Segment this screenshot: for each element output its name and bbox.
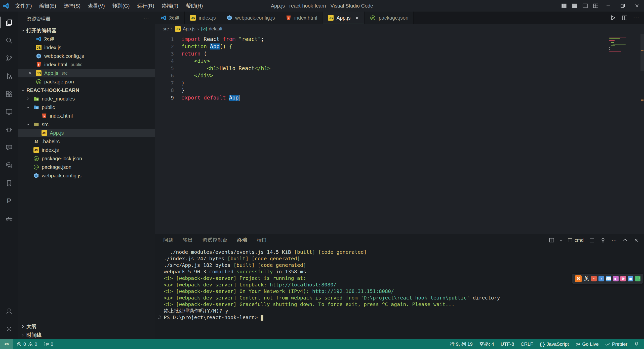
ime-quote-icon[interactable]: ” [591,276,597,281]
status-JavaScript[interactable]: { }JavaScript [536,339,572,349]
ports-status[interactable]: 0 [41,339,57,349]
status-Go-Live[interactable]: Go Live [572,339,602,349]
tree-item-App.js[interactable]: JSApp.js [18,129,155,137]
activity-bookmarks-icon[interactable] [0,174,18,192]
explorer-more-actions-icon[interactable]: ⋯ [143,16,149,22]
ime-wrench-icon[interactable]: ⚒ [620,276,626,281]
tree-item-index.js[interactable]: JSindex.js [18,146,155,154]
panel-more-actions-icon[interactable]: ⋯ [610,236,618,244]
split-terminal-icon[interactable] [588,236,596,244]
workspace-root-header[interactable]: REACT-HOOK-LEARN [18,86,155,94]
tree-item-node_modules[interactable]: node_modules [18,94,155,103]
menu-H[interactable]: 帮助(H) [182,0,207,12]
restore-button[interactable] [615,0,630,12]
activity-source-control-icon[interactable] [0,49,18,67]
status-Prettier[interactable]: Prettier [602,339,631,349]
ime-language-mode[interactable]: 英 [584,275,589,282]
remote-indicator[interactable]: >< [0,339,13,349]
status-bell[interactable] [631,339,642,349]
open-editor-index.html[interactable]: 5index.htmlpublic [18,60,155,69]
menu-T[interactable]: 终端(T) [158,0,182,12]
menu-V[interactable]: 查看(V) [84,0,109,12]
activity-remote-explorer-icon[interactable] [0,103,18,121]
menu-R[interactable]: 运行(R) [133,0,158,12]
close-tab-icon[interactable] [355,16,359,20]
status--4[interactable]: 空格: 4 [476,339,497,349]
toggle-secondary-sidebar-icon[interactable] [580,0,590,12]
collapse-panel-icon[interactable] [621,236,629,244]
breadcrumb-item-src[interactable]: src [163,26,169,32]
profile-dropdown-icon[interactable] [558,236,564,244]
tree-item-public[interactable]: public [18,103,155,112]
open-editors-header[interactable]: 打开的编辑器 [18,26,155,35]
menu-F[interactable]: 文件(F) [12,0,36,12]
ime-puzzle-icon[interactable]: ▣ [628,276,633,281]
ime-grid-icon[interactable]: ⋮⋮ [635,276,640,281]
close-panel-icon[interactable] [632,236,640,244]
tree-item-src[interactable]: src [18,120,155,129]
ime-image-icon[interactable]: ◧ [613,276,619,281]
toggle-panel-icon[interactable] [569,0,580,12]
breadcrumb-item-App.js[interactable]: JSApp.js [175,26,195,32]
activity-files-icon[interactable] [0,14,18,31]
tree-item-webpack.config.js[interactable]: webpack.config.js [18,171,155,180]
tab-index.html[interactable]: 5index.html [280,12,323,24]
panel-tab-端口[interactable]: 端口 [257,234,267,246]
ime-keyboard-icon[interactable]: ⌨ [606,276,611,281]
activity-project-manager-icon[interactable]: P [0,192,18,210]
minimize-button[interactable] [601,0,615,12]
panel-tab-输出[interactable]: 输出 [183,234,193,246]
activity-run-debug-icon[interactable] [0,67,18,85]
split-editor-icon[interactable] [619,12,630,24]
activity-extensions-icon[interactable] [0,85,18,103]
tree-item-package.json[interactable]: JSpackage.json [18,163,155,171]
activity-settings-gear-icon[interactable] [0,320,18,338]
tab-欢迎[interactable]: 欢迎 [155,12,185,24]
launch-profile-icon[interactable] [547,236,556,244]
panel-tab-终端[interactable]: 终端 [237,234,247,246]
open-editor-webpack.config.js[interactable]: webpack.config.js [18,52,155,60]
overview-ruler[interactable] [640,34,644,234]
activity-docker-icon[interactable] [0,210,18,228]
tree-item-package-lock.json[interactable]: JSpackage-lock.json [18,154,155,163]
menu-E[interactable]: 编辑(E) [36,0,60,12]
close-editor-icon[interactable] [27,71,33,75]
tab-index.js[interactable]: JSindex.js [185,12,221,24]
activity-chat-code-icon[interactable] [0,138,18,156]
activity-account-icon[interactable] [0,302,18,320]
tab-webpack.config.js[interactable]: webpack.config.js [221,12,280,24]
open-editor-index.js[interactable]: JSindex.js [18,43,155,52]
minimap[interactable] [609,37,637,53]
activity-search-icon[interactable] [0,31,18,49]
kill-terminal-icon[interactable] [599,236,607,244]
tree-item-.babelrc[interactable]: B.babelrc [18,137,155,146]
breadcrumb-item-default[interactable]: [⊘]default [201,26,222,32]
activity-python-icon[interactable] [0,156,18,174]
ime-logo-icon[interactable]: S [575,275,582,282]
ime-mic-icon[interactable]: ♪ [598,276,604,281]
run-file-icon[interactable] [608,12,618,24]
panel-tab-调试控制台[interactable]: 调试控制台 [203,234,228,246]
menu-G[interactable]: 转到(G) [109,0,134,12]
sidebar-section-时间线[interactable]: 时间线 [18,331,155,339]
customize-layout-icon[interactable] [590,0,601,12]
close-window-button[interactable] [630,0,644,12]
code-editor[interactable]: 1import React from "react";2function App… [155,34,644,234]
status--9-19[interactable]: 行 9, 列 19 [447,339,476,349]
open-editor-package.json[interactable]: JSpackage.json [18,77,155,86]
activity-sync-gear-icon[interactable] [0,121,18,138]
editor-more-actions-icon[interactable]: ⋯ [631,12,641,24]
status-UTF-8[interactable]: UTF-8 [497,339,517,349]
panel-tab-问题[interactable]: 问题 [163,234,173,246]
sidebar-section-大纲[interactable]: 大纲 [18,322,155,331]
open-editor-欢迎[interactable]: 欢迎 [18,35,155,43]
tab-App.js[interactable]: JSApp.js [323,12,365,24]
tree-item-index.html[interactable]: 5index.html [18,112,155,120]
terminal-output[interactable]: ./node_modules/events/events.js 14.5 KiB… [155,246,644,339]
open-editor-App.js[interactable]: JSApp.jssrc [18,69,155,77]
toggle-sidebar-icon[interactable] [559,0,569,12]
status-CRLF[interactable]: CRLF [517,339,537,349]
tab-package.json[interactable]: JSpackage.json [365,12,414,24]
terminal-instance-item[interactable]: cmd [566,237,585,243]
problems-status[interactable]: 0 0 [13,339,41,349]
